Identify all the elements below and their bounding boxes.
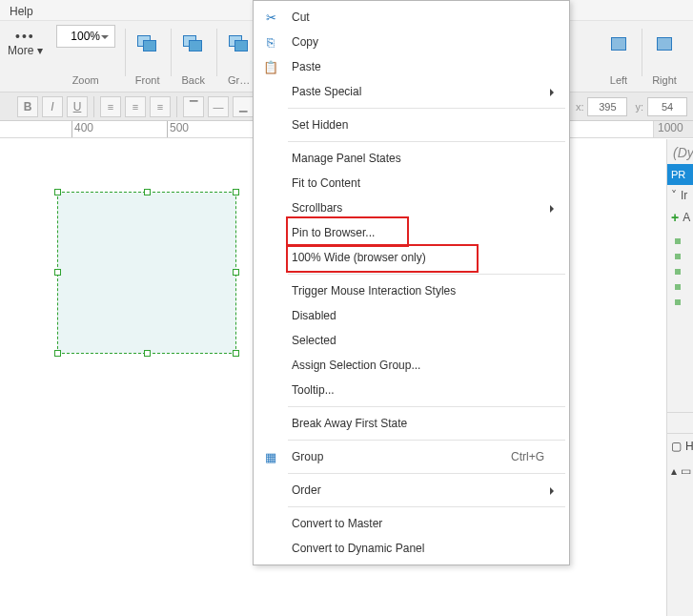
- resize-handle-se[interactable]: [233, 350, 239, 357]
- ctx-manage-panel-states[interactable]: Manage Panel States: [254, 146, 569, 171]
- ctx-disabled[interactable]: Disabled: [254, 303, 569, 328]
- group-icon[interactable]: [226, 31, 253, 57]
- right-panel-lower: ▢ H ▴ ▭: [666, 412, 693, 616]
- ctx-100-wide[interactable]: 100% Wide (browser only): [254, 245, 569, 270]
- ctx-group-label: Group: [292, 450, 323, 463]
- align-left-icon[interactable]: [605, 31, 632, 57]
- ctx-cut[interactable]: ✂ Cut: [254, 5, 569, 30]
- y-label: y:: [635, 101, 643, 113]
- ctx-group[interactable]: ▦ Group Ctrl+G: [254, 444, 569, 469]
- ctx-selected-label: Selected: [292, 334, 336, 347]
- ctx-convert-master[interactable]: Convert to Master: [254, 511, 569, 536]
- resize-handle-nw[interactable]: [54, 189, 61, 195]
- ctx-set-hidden-label: Set Hidden: [292, 118, 348, 132]
- ctx-paste-special-label: Paste Special: [292, 85, 361, 98]
- x-input[interactable]: 395: [587, 97, 627, 116]
- ctx-cd-label: Convert to Dynamic Panel: [292, 542, 424, 555]
- separator-icon: [288, 473, 565, 474]
- menu-help[interactable]: Help: [4, 3, 39, 20]
- ctx-convert-dynamic[interactable]: Convert to Dynamic Panel: [254, 536, 569, 561]
- selected-shape[interactable]: [57, 192, 236, 354]
- ctx-scrollbars[interactable]: Scrollbars: [254, 195, 569, 220]
- separator-icon: [288, 440, 565, 441]
- ctx-copy[interactable]: ⎘ Copy: [254, 30, 569, 54]
- outline-h-label: H: [685, 440, 693, 453]
- back-icon[interactable]: [180, 31, 207, 57]
- resize-handle-e[interactable]: [233, 269, 239, 276]
- resize-handle-w[interactable]: [54, 269, 61, 276]
- resize-handle-s[interactable]: [144, 350, 151, 357]
- ruler-tick: 500: [167, 121, 189, 137]
- ruler-tick: 400: [71, 121, 93, 137]
- group-label: Gr…: [228, 74, 250, 90]
- more-button[interactable]: ••• More ▾: [0, 25, 47, 57]
- ribbon-group-zoom: 100% Zoom: [47, 25, 125, 90]
- x-label: x:: [576, 101, 584, 113]
- ctx-tmis-label: Trigger Mouse Interaction Styles: [292, 284, 456, 298]
- ctx-order-label: Order: [292, 483, 321, 497]
- ctx-fit-to-content[interactable]: Fit to Content: [254, 171, 569, 195]
- triangle-icon: ▴: [671, 464, 677, 478]
- ctx-asg-label: Assign Selection Group...: [292, 359, 420, 372]
- ctx-tooltip-label: Tooltip...: [292, 383, 335, 397]
- ctx-ftc-label: Fit to Content: [292, 176, 360, 190]
- ctx-paste-special[interactable]: Paste Special: [254, 79, 569, 104]
- add-label: A: [683, 211, 690, 224]
- resize-handle-sw[interactable]: [54, 350, 61, 357]
- properties-tab[interactable]: PR: [667, 164, 693, 185]
- ctx-scrollbars-label: Scrollbars: [292, 201, 342, 215]
- ctx-breakaway-label: Break Away First State: [292, 417, 407, 430]
- ctx-tooltip[interactable]: Tooltip...: [254, 378, 569, 402]
- ctx-set-hidden[interactable]: Set Hidden: [254, 113, 569, 137]
- valign-bot-button[interactable]: ▁: [233, 96, 254, 117]
- ctx-trigger-mis[interactable]: Trigger Mouse Interaction Styles: [254, 278, 569, 303]
- separator-icon: [288, 274, 565, 275]
- context-menu: ✂ Cut ⎘ Copy 📋 Paste Paste Special Set H…: [253, 0, 570, 565]
- panel-tree-toggle[interactable]: ˅ Ir: [667, 185, 693, 206]
- ctx-pin-to-browser[interactable]: Pin to Browser...: [254, 220, 569, 245]
- ctx-selected[interactable]: Selected: [254, 328, 569, 353]
- italic-button[interactable]: I: [42, 96, 63, 117]
- ribbon-group-back: Back: [171, 25, 216, 90]
- ctx-mps-label: Manage Panel States: [292, 152, 401, 165]
- panel-add-row[interactable]: + A: [667, 206, 693, 229]
- valign-mid-button[interactable]: ―: [208, 96, 229, 117]
- resize-handle-ne[interactable]: [233, 189, 239, 195]
- status-dot-icon: [675, 299, 681, 305]
- more-dots-icon: •••: [15, 29, 35, 44]
- status-dot-icon: [675, 269, 681, 275]
- y-input[interactable]: 54: [647, 97, 687, 116]
- ctx-break-away[interactable]: Break Away First State: [254, 411, 569, 436]
- valign-top-button[interactable]: ▔: [183, 96, 204, 117]
- align-right-label: Right: [652, 74, 677, 90]
- zoom-label: Zoom: [72, 74, 99, 90]
- ctx-order[interactable]: Order: [254, 478, 569, 503]
- status-dot-icon: [675, 254, 681, 259]
- group-icon: ▦: [261, 450, 280, 464]
- align-right-text-button[interactable]: ≡: [150, 96, 171, 117]
- ctx-disabled-label: Disabled: [292, 309, 336, 322]
- align-right-icon[interactable]: [651, 31, 678, 57]
- zoom-dropdown[interactable]: 100%: [56, 25, 115, 48]
- front-icon[interactable]: [134, 31, 161, 57]
- underline-button[interactable]: U: [67, 96, 88, 117]
- panel-title: (Dy: [667, 139, 693, 164]
- ribbon-group-front: Front: [125, 25, 171, 90]
- status-dot-icon: [675, 284, 681, 290]
- separator-icon: [288, 108, 565, 109]
- resize-handle-n[interactable]: [144, 189, 151, 195]
- outline-row[interactable]: ▴ ▭: [667, 459, 693, 483]
- align-center-text-button[interactable]: ≡: [125, 96, 146, 117]
- page-icon: ▢: [671, 440, 682, 453]
- ribbon-group-right: Right: [642, 25, 687, 90]
- ctx-assign-selection-group[interactable]: Assign Selection Group...: [254, 353, 569, 378]
- ctx-paste-label: Paste: [292, 60, 321, 73]
- align-left-label: Left: [610, 74, 627, 90]
- align-left-text-button[interactable]: ≡: [100, 96, 121, 117]
- outline-row[interactable]: ▢ H: [667, 434, 693, 459]
- paste-icon: 📋: [261, 60, 280, 74]
- ctx-paste[interactable]: 📋 Paste: [254, 54, 569, 79]
- separator-icon: [288, 406, 565, 407]
- panel-icon: ▭: [681, 464, 691, 478]
- bold-button[interactable]: B: [17, 96, 38, 117]
